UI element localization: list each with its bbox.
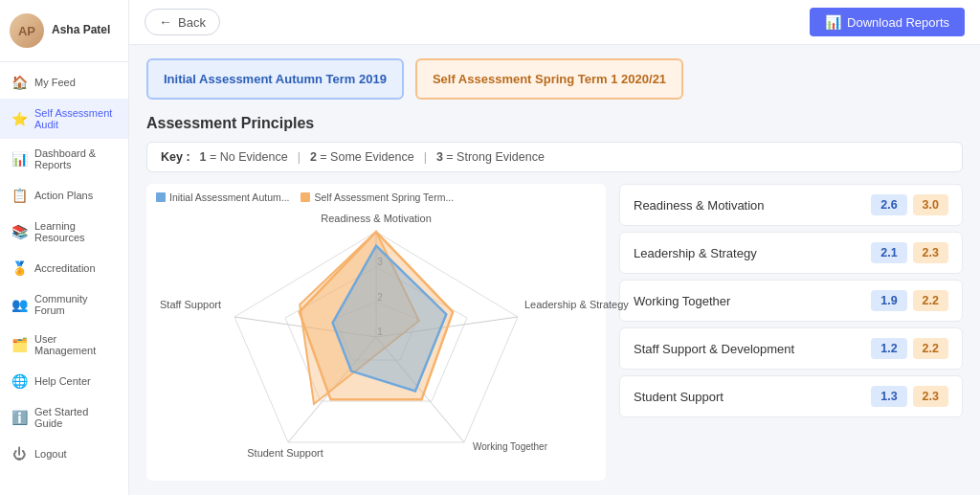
nav-label-self-assessment: Self Assessment Audit [34, 107, 117, 130]
download-label: Download Reports [847, 15, 949, 30]
score-badges-2: 1.9 2.2 [871, 290, 948, 311]
back-label: Back [178, 15, 206, 30]
nav-label-learning-resources: Learning Resources [34, 220, 117, 243]
score-label-0: Readiness & Motivation [634, 198, 765, 213]
score-label-2: Working Together [634, 294, 730, 308]
chart-row: Initial Assessment Autum... Self Assessm… [146, 184, 963, 481]
sidebar-nav: 🏠 My Feed ⭐ Self Assessment Audit 📊 Dash… [0, 62, 128, 495]
sidebar-item-user-management[interactable]: 🗂️ User Management [0, 325, 128, 365]
nav-icon-help-center: 🌐 [11, 373, 27, 389]
badge-orange-3: 2.2 [913, 338, 948, 359]
badge-orange-0: 3.0 [913, 194, 948, 215]
score-badges-4: 1.3 2.3 [871, 386, 948, 407]
sidebar-item-dashboard[interactable]: 📊 Dashboard & Reports [0, 139, 128, 179]
username: Asha Patel [52, 23, 110, 38]
nav-icon-logout: ⏻ [11, 446, 27, 461]
score-row-1: Leadership & Strategy 2.1 2.3 [619, 232, 963, 274]
sidebar-item-learning-resources[interactable]: 📚 Learning Resources [0, 212, 128, 252]
score-label-3: Staff Support & Development [634, 342, 794, 356]
radar-svg: Readiness & Motivation Leadership & Stra… [166, 193, 587, 471]
key-prefix: Key : [161, 150, 190, 164]
nav-label-user-management: User Management [34, 333, 117, 356]
term2-label: Self Assessment Spring Term 1 2020/21 [433, 72, 666, 86]
back-button[interactable]: ← Back [145, 9, 220, 35]
badge-orange-1: 2.3 [913, 242, 948, 263]
nav-label-dashboard: Dashboard & Reports [34, 147, 117, 170]
score-badges-1: 2.1 2.3 [871, 242, 948, 263]
score-row-3: Staff Support & Development 1.2 2.2 [619, 327, 963, 370]
nav-label-community-forum: Community Forum [34, 293, 117, 316]
score-label-4: Student Support [634, 390, 724, 404]
nav-icon-action-plans: 📋 [11, 188, 27, 203]
topbar: ← Back 📊 Download Reports [129, 0, 980, 45]
svg-text:3: 3 [377, 257, 383, 267]
badge-blue-0: 2.6 [871, 194, 906, 215]
sidebar-item-my-feed[interactable]: 🏠 My Feed [0, 66, 128, 99]
sidebar: AP Asha Patel 🏠 My Feed ⭐ Self Assessmen… [0, 0, 129, 495]
term1-label: Initial Assessment Autumn Term 2019 [164, 72, 387, 86]
term-card-1[interactable]: Initial Assessment Autumn Term 2019 [146, 58, 404, 100]
score-row-2: Working Together 1.9 2.2 [619, 280, 963, 322]
nav-label-get-started: Get Started Guide [34, 406, 117, 429]
data-polygons [300, 232, 453, 399]
axis-label-bl: Student Support [247, 447, 323, 459]
nav-icon-accreditation: 🏅 [11, 260, 27, 276]
main-content: ← Back 📊 Download Reports Initial Assess… [129, 0, 980, 495]
user-profile[interactable]: AP Asha Patel [0, 0, 128, 62]
nav-icon-user-management: 🗂️ [11, 337, 27, 352]
download-button[interactable]: 📊 Download Reports [810, 8, 965, 36]
score-row-0: Readiness & Motivation 2.6 3.0 [619, 184, 963, 226]
score-row-4: Student Support 1.3 2.3 [619, 375, 963, 417]
legend-dot-blue [156, 192, 166, 202]
sidebar-item-get-started[interactable]: ℹ️ Get Started Guide [0, 397, 128, 438]
legend-label-1: Initial Assessment Autum... [169, 191, 289, 203]
key-bar: Key : 1 = No Evidence | 2 = Some Evidenc… [146, 142, 963, 172]
badge-orange-2: 2.2 [913, 290, 948, 311]
sidebar-item-community-forum[interactable]: 👥 Community Forum [0, 284, 128, 325]
sidebar-item-self-assessment[interactable]: ⭐ Self Assessment Audit [0, 99, 128, 139]
nav-icon-dashboard: 📊 [11, 151, 27, 167]
score-badges-3: 1.2 2.2 [871, 338, 948, 359]
sidebar-item-logout[interactable]: ⏻ Logout [0, 438, 128, 470]
badge-blue-4: 1.3 [871, 386, 906, 407]
nav-label-action-plans: Action Plans [34, 190, 93, 201]
badge-orange-4: 2.3 [913, 386, 948, 407]
legend-item-1: Initial Assessment Autum... [156, 191, 289, 203]
svg-text:2: 2 [377, 292, 383, 303]
nav-label-my-feed: My Feed [34, 77, 76, 88]
term-card-2[interactable]: Self Assessment Spring Term 1 2020/21 [415, 58, 683, 100]
key-sep-2: | [424, 150, 427, 164]
radar-legend: Initial Assessment Autum... Self Assessm… [156, 191, 454, 203]
nav-icon-my-feed: 🏠 [11, 75, 27, 90]
nav-icon-self-assessment: ⭐ [11, 111, 27, 126]
nav-label-help-center: Help Center [34, 375, 91, 387]
nav-label-logout: Logout [34, 448, 67, 460]
section-title: Assessment Principles [146, 115, 963, 132]
back-icon: ← [159, 14, 172, 30]
nav-icon-community-forum: 👥 [11, 297, 27, 312]
score-label-1: Leadership & Strategy [634, 246, 757, 260]
key-sep-1: | [298, 150, 301, 164]
axis-label-top: Readiness & Motivation [321, 213, 432, 224]
axis-label-ls: Working Together [473, 441, 548, 452]
content-area: Initial Assessment Autumn Term 2019 Self… [129, 45, 980, 495]
scores-panel: Readiness & Motivation 2.6 3.0 Leadershi… [619, 184, 963, 417]
key-value-1: 1 = No Evidence [200, 150, 288, 164]
legend-dot-orange [301, 192, 310, 202]
legend-label-2: Self Assessment Spring Term... [314, 191, 454, 203]
badge-blue-1: 2.1 [871, 242, 906, 263]
avatar: AP [10, 13, 44, 48]
sidebar-item-action-plans[interactable]: 📋 Action Plans [0, 179, 128, 212]
key-value-2: 2 = Some Evidence [310, 150, 414, 164]
nav-icon-get-started: ℹ️ [11, 410, 27, 425]
axis-label-right: Leadership & Strategy [524, 299, 629, 310]
chart-icon: 📊 [825, 14, 841, 30]
score-badges-0: 2.6 3.0 [871, 194, 948, 215]
badge-blue-2: 1.9 [871, 290, 906, 311]
nav-label-accreditation: Accreditation [34, 262, 96, 274]
sidebar-item-accreditation[interactable]: 🏅 Accreditation [0, 252, 128, 284]
sidebar-item-help-center[interactable]: 🌐 Help Center [0, 365, 128, 397]
term-cards: Initial Assessment Autumn Term 2019 Self… [146, 58, 963, 100]
axis-label-left: Staff Support [160, 299, 221, 310]
badge-blue-3: 1.2 [871, 338, 906, 359]
